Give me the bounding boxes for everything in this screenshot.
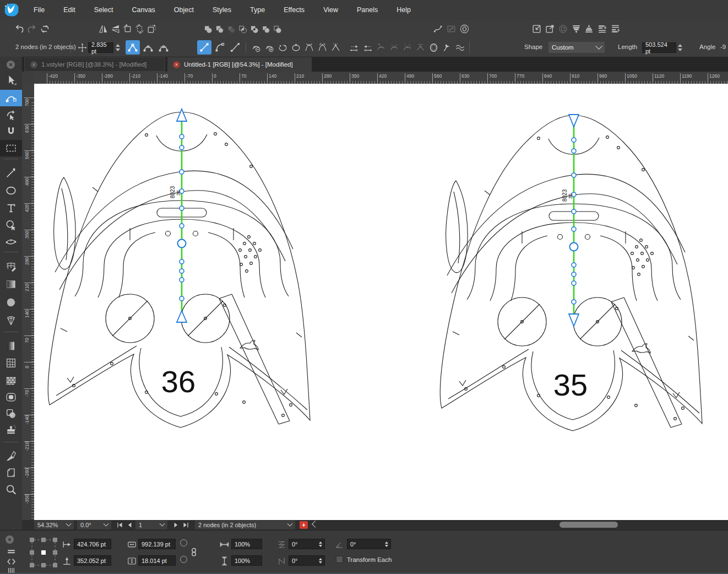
send-backward-icon[interactable] bbox=[610, 24, 621, 34]
bring-to-front-icon[interactable] bbox=[571, 24, 582, 34]
tab-document-1[interactable]: × 1.vstyler [RGB] [@38.3%] - [Modified] bbox=[24, 57, 165, 72]
menu-select[interactable]: Select bbox=[85, 0, 123, 20]
redo-icon[interactable] bbox=[26, 24, 37, 34]
s-curve-segment-button[interactable] bbox=[228, 40, 242, 55]
scale-x-input[interactable]: 100% bbox=[231, 539, 262, 549]
union-icon[interactable] bbox=[203, 24, 213, 34]
open-path-icon[interactable] bbox=[278, 42, 288, 53]
close-tab-icon[interactable]: × bbox=[173, 61, 180, 68]
add-shapes-icon[interactable] bbox=[214, 24, 225, 34]
link-style-icon[interactable] bbox=[459, 24, 470, 34]
knife-tool[interactable] bbox=[0, 448, 22, 464]
app-logo-icon[interactable] bbox=[3, 2, 20, 18]
canvas[interactable]: 36802336 35802335 bbox=[34, 84, 728, 520]
gradient-strip-tool[interactable] bbox=[0, 338, 22, 354]
symmetric-node-button[interactable] bbox=[156, 40, 171, 55]
rotate-tool[interactable] bbox=[0, 107, 22, 123]
retract-handles-icon[interactable] bbox=[389, 42, 399, 53]
shoe-pattern-35[interactable]: 35802335 bbox=[439, 109, 708, 435]
length-input[interactable]: 503.524 pt bbox=[642, 42, 676, 53]
scale-object-icon[interactable] bbox=[446, 24, 457, 34]
menu-canvas[interactable]: Canvas bbox=[122, 0, 164, 20]
length-stepper[interactable] bbox=[677, 42, 683, 53]
move-node-icon[interactable] bbox=[77, 42, 88, 53]
menu-panels[interactable]: Panels bbox=[347, 0, 387, 20]
rotation-stepper[interactable] bbox=[384, 540, 389, 548]
exclude-icon[interactable] bbox=[249, 24, 259, 34]
page-select[interactable]: 1 bbox=[135, 521, 167, 529]
first-page-button[interactable] bbox=[116, 521, 124, 529]
convert-to-ellipse-icon[interactable] bbox=[428, 42, 439, 53]
y-position-input[interactable]: 352.052 pt bbox=[74, 555, 111, 566]
selection-info-select[interactable]: 2 nodes (in 2 objects) bbox=[195, 521, 295, 529]
anchor-point-selector[interactable] bbox=[29, 537, 58, 568]
text-tool[interactable] bbox=[0, 200, 22, 216]
line-segment-button[interactable] bbox=[197, 40, 211, 55]
warp-fan-tool[interactable] bbox=[0, 312, 22, 329]
next-page-button[interactable] bbox=[172, 521, 180, 529]
rotation-input[interactable]: 0° bbox=[347, 539, 391, 549]
tab-document-2[interactable]: × Untitled-1 [RGB] [@54.3%] - [Modified] bbox=[167, 57, 312, 72]
horizontal-ruler[interactable]: -420-350-280-210-140-7007014021028035042… bbox=[34, 72, 728, 84]
smooth-node-button[interactable] bbox=[141, 40, 155, 55]
mesh-tool[interactable] bbox=[0, 258, 22, 274]
intersect-icon[interactable] bbox=[237, 24, 248, 34]
last-page-button[interactable] bbox=[182, 521, 190, 529]
select-tool[interactable] bbox=[0, 72, 22, 89]
close-path-icon[interactable] bbox=[291, 42, 301, 53]
simplify-path-icon[interactable] bbox=[455, 42, 465, 53]
menu-help[interactable]: Help bbox=[387, 0, 420, 20]
curve-segment-button[interactable] bbox=[213, 40, 227, 55]
flip-horizontal-icon[interactable] bbox=[98, 24, 108, 34]
scale-y-input[interactable]: 100% bbox=[231, 555, 262, 566]
stamp-tool[interactable] bbox=[0, 422, 22, 438]
reverse-path-icon[interactable] bbox=[349, 42, 360, 53]
stroke-width-stepper[interactable] bbox=[115, 42, 121, 53]
menu-object[interactable]: Object bbox=[165, 0, 203, 20]
trim-icon[interactable] bbox=[272, 24, 282, 34]
rotation-select[interactable]: 0.0° bbox=[77, 521, 111, 529]
stroke-width-input[interactable]: 2.835 pt bbox=[88, 42, 113, 53]
gradient-tool[interactable] bbox=[0, 276, 22, 293]
curvature-icon[interactable] bbox=[442, 42, 452, 53]
symmetric-handles-icon[interactable] bbox=[415, 42, 426, 53]
zoom-select[interactable]: 54.32% bbox=[34, 521, 74, 529]
add-node-icon[interactable] bbox=[264, 42, 275, 53]
x-position-input[interactable]: 424.706 pt bbox=[74, 539, 111, 549]
join-nodes-icon[interactable] bbox=[304, 42, 314, 53]
edit-outside-icon[interactable] bbox=[545, 24, 555, 34]
transform-each-checkbox[interactable] bbox=[336, 556, 343, 563]
repeat-last-icon[interactable] bbox=[40, 24, 50, 34]
subtract-icon[interactable] bbox=[226, 24, 236, 34]
shape-select-tool[interactable] bbox=[0, 217, 22, 234]
ellipse-tool[interactable] bbox=[0, 182, 22, 199]
curve-flow-icon[interactable] bbox=[433, 24, 443, 34]
reverse-direction-icon[interactable] bbox=[362, 42, 373, 53]
proportional-width-radio[interactable] bbox=[180, 539, 187, 546]
menu-effects[interactable]: Effects bbox=[274, 0, 314, 20]
blob-tool[interactable] bbox=[0, 294, 22, 311]
link-proportions-icon[interactable] bbox=[188, 546, 200, 559]
bring-forward-icon[interactable] bbox=[597, 24, 607, 34]
rotate-object-icon[interactable] bbox=[122, 24, 133, 34]
delete-node-icon[interactable] bbox=[251, 42, 262, 53]
close-sidebar-button[interactable]: × bbox=[7, 61, 15, 69]
skew-x-stepper[interactable] bbox=[318, 540, 323, 548]
split-node-icon[interactable] bbox=[317, 42, 328, 53]
horizontal-scrollbar[interactable] bbox=[559, 522, 618, 528]
undo-icon[interactable] bbox=[14, 24, 25, 34]
rotate-ccw-icon[interactable] bbox=[134, 24, 145, 34]
vertical-ruler[interactable]: 700630560490420350280210140700-70-140-21… bbox=[22, 84, 35, 520]
flip-vertical-icon[interactable] bbox=[110, 24, 121, 34]
marquee-tool[interactable] bbox=[0, 140, 22, 156]
menu-type[interactable]: Type bbox=[241, 0, 274, 20]
send-to-back-icon[interactable] bbox=[584, 24, 594, 34]
node-tool[interactable] bbox=[0, 90, 22, 106]
skew-x-input[interactable]: 0° bbox=[289, 539, 325, 549]
ruler-corner[interactable] bbox=[22, 72, 35, 84]
collapse-chevron-icon[interactable] bbox=[312, 521, 319, 528]
divide-icon[interactable] bbox=[260, 24, 271, 34]
snap-tool[interactable] bbox=[0, 123, 22, 140]
skew-y-input[interactable]: 0° bbox=[289, 555, 325, 566]
shape-select[interactable]: Custom bbox=[548, 42, 605, 53]
